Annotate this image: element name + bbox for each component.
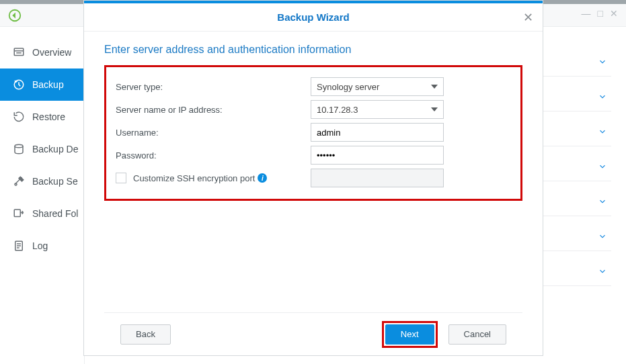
select-server-name[interactable]: 10.17.28.3 [311,100,444,119]
maximize-icon[interactable]: □ [598,8,603,19]
select-server-type[interactable]: Synology server [311,77,444,96]
chevron-down-icon [598,267,607,278]
row-username: Username: [116,121,511,144]
input-password-wrap [311,146,444,165]
sidebar-item-label: Log [32,240,48,251]
svg-point-5 [15,144,23,148]
app-logo-icon [5,6,24,25]
overview-icon [12,46,26,59]
sidebar-item-label: Backup [32,79,64,90]
next-button[interactable]: Next [385,324,434,345]
sidebar-item-backup-dest[interactable]: Backup De [0,133,84,165]
modal-subtitle: Enter server address and authentication … [104,44,522,56]
sidebar-item-overview[interactable]: Overview [0,36,84,69]
modal-header: Backup Wizard ✕ [84,3,543,32]
chevron-down-icon [598,57,607,69]
label-password: Password: [116,150,311,161]
window-controls: — □ ✕ [582,8,618,19]
svg-point-6 [15,183,17,185]
settings-icon [12,175,26,188]
row-server-type: Server type: Synology server [116,75,511,98]
next-highlight: Next [382,321,438,348]
label-server-name: Server name or IP address: [116,105,311,115]
log-icon [12,239,26,253]
back-button[interactable]: Back [120,324,171,345]
svg-rect-1 [14,48,24,56]
sidebar: Overview Backup Restore Backup De Backup… [0,27,85,364]
modal-footer: Back Next Cancel [104,312,522,355]
chevron-down-icon [598,127,607,138]
select-value: Synology server [317,82,431,92]
modal-close-icon[interactable]: ✕ [523,10,533,25]
sidebar-item-log[interactable]: Log [0,230,84,262]
sidebar-item-label: Backup De [32,144,78,154]
row-server-name: Server name or IP address: 10.17.28.3 [116,98,511,121]
backup-icon [12,78,26,91]
share-icon [12,207,26,220]
select-value: 10.17.28.3 [317,105,431,115]
backup-wizard-modal: Backup Wizard ✕ Enter server address and… [83,0,543,356]
minimize-icon[interactable]: — [582,8,591,19]
cancel-button[interactable]: Cancel [448,324,506,345]
caret-down-icon [431,107,438,111]
input-password[interactable] [317,146,438,164]
input-username[interactable] [317,124,438,141]
checkbox-ssh-port[interactable] [116,173,126,183]
label-ssh-port: Customize SSH encryption port i [116,173,311,183]
chevron-down-icon [598,232,607,243]
row-password: Password: [116,144,511,167]
sidebar-item-label: Backup Se [32,176,78,187]
database-icon [12,142,26,156]
modal-body: Enter server address and authentication … [84,32,543,312]
sidebar-item-backup-settings[interactable]: Backup Se [0,165,84,197]
modal-title: Backup Wizard [277,11,349,23]
form-highlight-box: Server type: Synology server Server name… [104,65,522,201]
row-ssh-port: Customize SSH encryption port i [116,167,511,189]
sidebar-item-shared-folder[interactable]: Shared Fol [0,197,84,230]
input-username-wrap [311,123,444,142]
sidebar-item-label: Restore [32,111,65,122]
close-window-icon[interactable]: ✕ [610,8,618,19]
label-username: Username: [116,128,311,138]
chevron-down-icon [598,197,607,208]
sidebar-item-label: Shared Fol [32,208,78,219]
restore-icon [12,110,26,124]
label-server-type: Server type: [116,82,311,92]
sidebar-item-backup[interactable]: Backup [0,69,84,101]
chevron-down-icon [598,162,607,173]
input-ssh-port [317,169,438,187]
sidebar-item-restore[interactable]: Restore [0,101,84,133]
checkbox-label: Customize SSH encryption port [133,173,255,183]
caret-down-icon [431,85,438,89]
svg-rect-7 [14,210,20,217]
sidebar-item-label: Overview [32,47,71,58]
info-icon[interactable]: i [258,173,267,183]
input-ssh-port-wrap [311,169,444,187]
chevron-down-icon [598,92,607,103]
